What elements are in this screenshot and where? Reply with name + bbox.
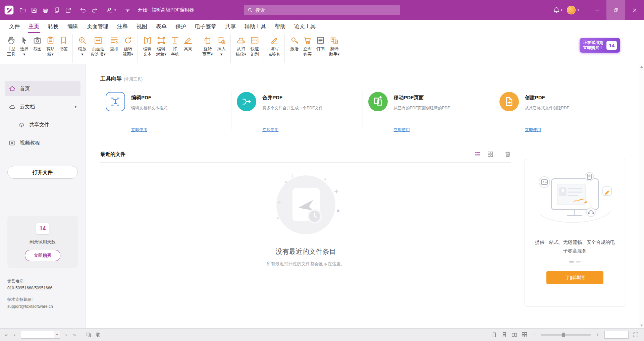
menu-tab[interactable]: 辅助工具	[240, 20, 270, 33]
menu-tab[interactable]: 注释	[113, 20, 132, 33]
notifications-icon[interactable]	[553, 7, 560, 13]
first-page-icon[interactable]: «	[4, 332, 9, 338]
clear-recent-icon[interactable]	[504, 151, 511, 158]
ribbon-button[interactable]: 页面适 应选项▾	[89, 34, 108, 63]
ribbon-button[interactable]: 手型 工具	[5, 34, 18, 63]
list-view-icon[interactable]	[474, 151, 481, 158]
sidebar-item[interactable]: 首页	[5, 81, 80, 96]
chevron-down-icon[interactable]: ▾	[114, 9, 116, 12]
ribbon-button[interactable]: 从扫 描仪▾	[234, 34, 248, 63]
page-number-input[interactable]	[21, 331, 54, 338]
zoom-value[interactable]	[604, 331, 629, 339]
use-now-link[interactable]: 立即使用	[394, 127, 410, 133]
tool-card[interactable]: 移动PDF页面 从已有的PDF页面创建新的PDF 立即使用	[363, 90, 494, 141]
vertical-scrollbar[interactable]	[639, 64, 644, 328]
scroll-down-icon[interactable]	[640, 325, 643, 327]
ribbon-button[interactable]: 剪贴 板▾	[44, 34, 57, 63]
zoom-in-icon[interactable]: +	[595, 332, 600, 338]
ribbon-button[interactable]: 翻译 助手▾	[327, 34, 341, 63]
ribbon-button[interactable]: 插入 ▾	[215, 34, 231, 63]
carousel-dot[interactable]	[569, 261, 574, 263]
close-button[interactable]	[625, 0, 644, 20]
chevron-down-icon[interactable]: ▾	[74, 105, 76, 109]
prev-page-icon[interactable]: ‹	[12, 332, 17, 338]
print-icon[interactable]	[42, 7, 49, 13]
menu-tab[interactable]: 转换	[44, 20, 63, 33]
page-dropdown-icon[interactable]: ▾	[54, 331, 60, 338]
restore-button[interactable]	[606, 0, 625, 20]
menu-tab[interactable]: 文件	[5, 20, 24, 33]
menu-tab[interactable]: 主页	[24, 20, 44, 33]
buy-now-button[interactable]: 立即购买	[25, 250, 60, 261]
previous-view-icon[interactable]	[86, 332, 92, 338]
ribbon-button[interactable]: 填写 &签名	[267, 34, 285, 63]
foxit-logo[interactable]	[4, 5, 14, 15]
use-now-link[interactable]: 立即使用	[525, 127, 541, 133]
learn-more-button[interactable]: 了解详情	[546, 271, 603, 284]
next-page-icon[interactable]: ›	[64, 332, 68, 338]
menu-tab[interactable]: 共享	[221, 20, 240, 33]
export-document-icon[interactable]	[65, 7, 71, 13]
undo-icon[interactable]	[80, 7, 86, 13]
sidebar-item[interactable]: 共享文件	[5, 117, 80, 132]
support-email[interactable]: support@foxitsoftware.cn	[7, 303, 78, 309]
esign-tool-icon[interactable]	[106, 7, 112, 13]
search-input[interactable]	[256, 7, 397, 13]
use-now-link[interactable]: 立即使用	[131, 127, 147, 133]
tool-card[interactable]: 创建PDF 从其它格式文件创建PDF 立即使用	[494, 90, 625, 141]
next-view-icon[interactable]	[95, 332, 101, 338]
copy-document-icon[interactable]	[54, 7, 60, 13]
continuous-view-icon[interactable]	[501, 332, 507, 338]
use-now-link[interactable]: 立即使用	[262, 127, 278, 133]
chevron-down-icon[interactable]: ▾	[561, 9, 562, 12]
ribbon-button[interactable]: 重排	[108, 34, 121, 63]
zoom-out-icon[interactable]: −	[532, 332, 536, 338]
ribbon-button[interactable]: 立即 购买	[301, 34, 314, 63]
ribbon-button[interactable]: 书签	[57, 34, 73, 63]
ribbon-button[interactable]: 缩放 ▾	[76, 34, 89, 63]
menu-tab[interactable]: 保护	[171, 20, 191, 33]
trial-buy-badge[interactable]: 正在试用期 立即购买！ 14	[580, 38, 620, 53]
single-page-view-icon[interactable]	[491, 332, 497, 338]
ribbon-button[interactable]: 激活	[288, 34, 301, 63]
facing-continuous-view-icon[interactable]	[522, 332, 527, 338]
fullscreen-icon[interactable]	[633, 332, 639, 338]
scroll-up-icon[interactable]	[640, 66, 643, 68]
menu-tab[interactable]: 编辑	[63, 20, 83, 33]
ribbon-button[interactable]: 旋转 页面▾	[200, 34, 215, 63]
chevron-down-icon[interactable]: ▾	[577, 9, 579, 12]
menu-tab[interactable]: 页面管理	[83, 20, 113, 33]
grid-view-icon[interactable]	[487, 151, 494, 158]
avatar[interactable]	[567, 6, 576, 14]
zoom-slider[interactable]	[541, 334, 591, 336]
ribbon-button[interactable]: 截图	[31, 34, 44, 63]
save-icon[interactable]	[31, 7, 37, 13]
ribbon-button[interactable]: OCR 快速 识别	[248, 34, 264, 63]
open-file-button[interactable]: 打开文件	[7, 166, 78, 179]
sidebar-item[interactable]: 云文档 ▾	[5, 99, 80, 114]
menu-tab[interactable]: 帮助	[270, 20, 290, 33]
facing-view-icon[interactable]	[512, 332, 517, 338]
ribbon-button[interactable]: 旋转 视图▾	[121, 34, 138, 63]
last-page-icon[interactable]: »	[72, 332, 77, 338]
global-search[interactable]	[244, 5, 400, 15]
open-file-icon[interactable]	[19, 7, 26, 13]
tool-card[interactable]: 合并PDF 将多个文件合并生成一个PDF文件 立即使用	[231, 90, 363, 141]
ribbon-button[interactable]: 打 字机	[168, 34, 181, 63]
carousel-dot[interactable]	[576, 261, 581, 263]
menu-tab[interactable]: 论文工具	[290, 20, 320, 33]
tool-card[interactable]: 编辑PDF 编辑文档和文本格式 立即使用	[100, 90, 231, 141]
menu-tab[interactable]: 视图	[132, 20, 152, 33]
ribbon-button[interactable]: 选择 ▾	[18, 34, 31, 63]
menu-tab[interactable]: 电子签章	[191, 20, 221, 33]
redo-icon[interactable]	[91, 7, 98, 13]
minimize-button[interactable]	[588, 0, 606, 20]
ribbon-button[interactable]: 高亮	[181, 34, 197, 63]
ribbon-button[interactable]: 编辑 文本	[141, 34, 154, 63]
sidebar-item[interactable]: 视频教程	[5, 135, 80, 151]
ribbon-button[interactable]: 编辑 对象▾	[154, 34, 168, 63]
customize-toolbar-icon[interactable]	[124, 7, 131, 13]
zoom-slider-thumb[interactable]	[562, 333, 565, 337]
menu-tab[interactable]: 表单	[152, 20, 171, 33]
ribbon-button[interactable]: 订阅	[314, 34, 327, 63]
